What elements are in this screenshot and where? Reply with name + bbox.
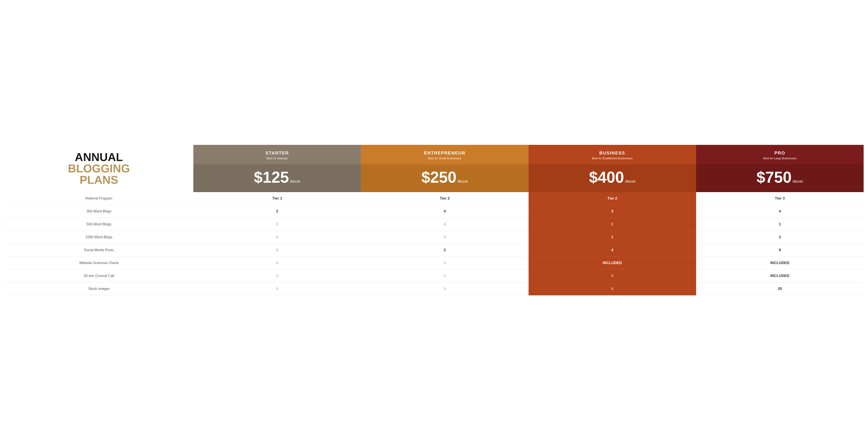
feature-row: Referral ProgramTier 1Tier 2Tier 2Tier 3 <box>4 192 864 205</box>
business-price-cell: $400 /Month <box>529 164 696 192</box>
feature-label: 1000-Word Blogs <box>4 231 193 243</box>
feature-label: Website Grammar Check <box>4 257 193 269</box>
entrepreneur-price-display: $250 /Month <box>363 169 526 185</box>
feature-starter-value: X <box>193 243 361 257</box>
feature-starter-value: X <box>193 257 361 269</box>
entrepreneur-header: ENTREPRENEUR Best for Small Businesses <box>361 145 528 165</box>
feature-entrepreneur-value: 4 <box>361 205 528 218</box>
feature-pro-value: 1 <box>696 218 864 231</box>
business-price-display: $400 /Month <box>531 169 694 185</box>
feature-entrepreneur-value: 2 <box>361 243 528 257</box>
pricing-table: ANNUAL BLOGGING PLANS STARTER Best for S… <box>4 145 864 295</box>
entrepreneur-price-cell: $250 /Month <box>361 164 528 192</box>
feature-row: Stock ImagesXXX20 <box>4 282 864 295</box>
starter-header: STARTER Best for Startups <box>193 145 361 165</box>
pro-header: PRO Best for Large Businesses <box>696 145 864 165</box>
feature-business-value: X <box>529 269 696 282</box>
feature-starter-value: X <box>193 231 361 243</box>
feature-label: 300-Word Blogs <box>4 205 193 218</box>
pro-price-cell: $750 /Month <box>696 164 864 192</box>
feature-business-value: X <box>529 282 696 295</box>
page-title-blogging: BLOGGING <box>10 163 188 174</box>
business-plan-name: BUSINESS <box>533 150 692 156</box>
feature-entrepreneur-value: X <box>361 269 528 282</box>
feature-entrepreneur-value: X <box>361 282 528 295</box>
entrepreneur-price-amount: $250 <box>421 169 456 185</box>
pro-price-amount: $750 <box>756 169 792 185</box>
feature-business-value: X <box>529 218 696 231</box>
pro-plan-name: PRO <box>701 150 859 156</box>
pro-plan-subtitle: Best for Large Businesses <box>701 157 859 160</box>
feature-business-value: INCLUDED <box>529 257 696 269</box>
feature-row: 30-min Consult CallXXXINCLUDED <box>4 269 864 282</box>
pro-price-period: /Month <box>793 180 803 183</box>
business-plan-subtitle: Best for Established Businesses <box>533 157 692 160</box>
feature-starter-value: Tier 1 <box>193 192 361 205</box>
feature-row: 500-Word BlogsXXX1 <box>4 218 864 231</box>
pro-price-display: $750 /Month <box>698 169 862 185</box>
starter-price-cell: $125 /Month <box>193 164 361 192</box>
entrepreneur-plan-subtitle: Best for Small Businesses <box>365 157 524 160</box>
business-price-period: /Month <box>625 180 636 183</box>
title-header-cell: ANNUAL BLOGGING PLANS <box>4 145 193 192</box>
feature-starter-value: X <box>193 282 361 295</box>
entrepreneur-price-period: /Month <box>458 180 468 183</box>
feature-label: 500-Word Blogs <box>4 218 193 231</box>
feature-starter-value: 2 <box>193 205 361 218</box>
business-header: BUSINESS Best for Established Businesses <box>529 145 696 165</box>
entrepreneur-plan-name: ENTREPRENEUR <box>365 150 524 156</box>
feature-starter-value: X <box>193 269 361 282</box>
starter-price-period: /Month <box>290 180 301 183</box>
feature-entrepreneur-value: Tier 2 <box>361 192 528 205</box>
feature-label: Social Media Posts <box>4 243 193 257</box>
starter-plan-subtitle: Best for Startups <box>198 157 356 160</box>
feature-row: 300-Word Blogs2434 <box>4 205 864 218</box>
feature-pro-value: INCLUDED <box>696 269 864 282</box>
feature-entrepreneur-value: X <box>361 218 528 231</box>
page-title-annual: ANNUAL <box>10 151 188 163</box>
feature-starter-value: X <box>193 218 361 231</box>
starter-plan-name: STARTER <box>198 150 356 156</box>
business-price-amount: $400 <box>589 169 624 185</box>
feature-business-value: 3 <box>529 205 696 218</box>
feature-row: Website Grammar CheckXXINCLUDEDINCLUDED <box>4 257 864 269</box>
feature-label: Stock Images <box>4 282 193 295</box>
feature-pro-value: Tier 3 <box>696 192 864 205</box>
feature-business-value: 4 <box>529 243 696 257</box>
feature-pro-value: INCLUDED <box>696 257 864 269</box>
feature-pro-value: 4 <box>696 205 864 218</box>
feature-pro-value: 20 <box>696 282 864 295</box>
starter-price-amount: $125 <box>254 169 289 185</box>
feature-business-value: Tier 2 <box>529 192 696 205</box>
feature-entrepreneur-value: X <box>361 257 528 269</box>
feature-row: 1000-Word BlogsXX12 <box>4 231 864 243</box>
feature-label: Referral Program <box>4 192 193 205</box>
feature-business-value: 1 <box>529 231 696 243</box>
feature-label: 30-min Consult Call <box>4 269 193 282</box>
starter-price-display: $125 /Month <box>195 169 359 185</box>
feature-pro-value: 8 <box>696 243 864 257</box>
feature-entrepreneur-value: X <box>361 231 528 243</box>
feature-pro-value: 2 <box>696 231 864 243</box>
feature-row: Social Media PostsX248 <box>4 243 864 257</box>
plan-header-row: ANNUAL BLOGGING PLANS STARTER Best for S… <box>4 145 864 165</box>
page-title-plans: PLANS <box>10 174 188 185</box>
